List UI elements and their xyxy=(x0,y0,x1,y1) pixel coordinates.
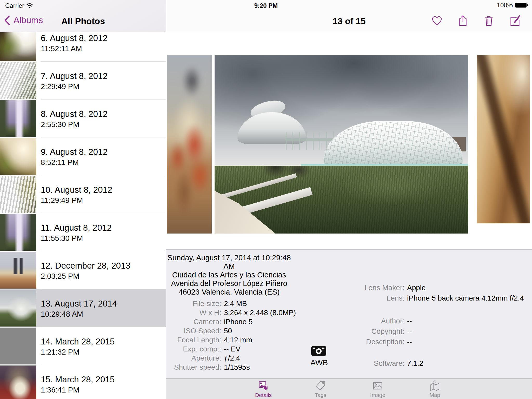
exif-row-iso: ISO Speed: 50 xyxy=(166,326,296,335)
photo-time: 2:03:25 PM xyxy=(41,271,130,281)
list-item-photo-15[interactable]: 15. March 28, 2015 1:36:41 PM xyxy=(0,365,166,399)
camera-awb-icon xyxy=(311,345,327,357)
photo-list: 6. August 8, 2012 11:52:11 AM 7. August … xyxy=(0,24,166,399)
photo-detail-pane: Sunday, August 17, 2014 at 10:29:48 AM C… xyxy=(166,0,532,399)
photo-thumbnail xyxy=(0,328,36,364)
photo-time: 1:21:32 PM xyxy=(41,347,115,357)
exif-row-exposure-comp: Exp. comp.: -- EV xyxy=(166,344,296,354)
photo-action-buttons xyxy=(431,15,521,26)
photo-title: 11. August 8, 2012 xyxy=(41,223,112,233)
trash-icon[interactable] xyxy=(483,15,495,26)
photo-time: 2:55:30 PM xyxy=(41,120,108,129)
next-photo-preview[interactable] xyxy=(477,55,530,223)
photo-time: 11:52:11 AM xyxy=(41,44,108,53)
exif-left-column: File size: 2.4 MB W x H: 3,264 x 2,448 (… xyxy=(166,299,296,372)
top-header: Carrier 9:20 PM 100% Albums All Photos 1… xyxy=(0,0,532,32)
tag-icon xyxy=(315,380,327,392)
battery-icon xyxy=(515,2,528,8)
blurred-warm-photo xyxy=(477,55,530,223)
exif-row-lens-maker: Lens Maker: Apple xyxy=(278,283,524,293)
photo-title: 12. December 28, 2013 xyxy=(41,261,130,271)
tab-label: Map xyxy=(430,392,440,398)
bottom-tab-bar: Details Tags Image M xyxy=(166,378,532,399)
tab-label: Details xyxy=(255,392,272,398)
tab-details[interactable]: Details xyxy=(235,379,292,399)
image-icon xyxy=(372,380,384,392)
awb-label: AWB xyxy=(310,358,327,367)
exif-row-aperture: Aperture: ƒ/2.4 xyxy=(166,354,296,363)
white-balance-badge: AWB xyxy=(310,345,327,367)
details-photo-tag-icon xyxy=(257,380,269,392)
album-title: All Photos xyxy=(0,16,166,26)
photo-time: 1:36:41 PM xyxy=(41,385,115,395)
list-item-photo-11[interactable]: 11. August 8, 2012 11:55:30 PM xyxy=(0,213,166,251)
location-line: Avenida del Profesor López Piñero xyxy=(166,279,292,288)
exif-row-copyright: Copyright: -- xyxy=(278,326,524,337)
location-line: 46023 Valencia, Valencia (ES) xyxy=(166,288,292,296)
list-item-photo-9[interactable]: 9. August 8, 2012 8:52:11 PM xyxy=(0,137,166,175)
exif-row-camera: Camera: iPhone 5 xyxy=(166,317,296,326)
list-item-photo-10[interactable]: 10. August 8, 2012 11:29:49 PM xyxy=(0,175,166,213)
photo-time: 10:29:48 AM xyxy=(41,309,117,319)
list-item-photo-7[interactable]: 7. August 8, 2012 2:29:49 PM xyxy=(0,62,166,99)
blurred-prague-photo xyxy=(167,55,212,234)
list-item-photo-12[interactable]: 12. December 28, 2013 2:03:25 PM xyxy=(0,251,166,289)
tab-map[interactable]: Map xyxy=(406,379,463,399)
photo-list-sidebar: 6. August 8, 2012 11:52:11 AM 7. August … xyxy=(0,0,166,399)
photo-title: 6. August 8, 2012 xyxy=(41,33,108,43)
tab-image[interactable]: Image xyxy=(349,379,406,399)
status-battery: 100% xyxy=(497,2,528,9)
list-item-photo-8[interactable]: 8. August 8, 2012 2:55:30 PM xyxy=(0,99,166,137)
favorite-heart-icon[interactable] xyxy=(431,15,443,26)
photo-datetime-location: Sunday, August 17, 2014 at 10:29:48 AM C… xyxy=(166,254,292,296)
current-photo[interactable] xyxy=(215,55,468,234)
list-item-photo-13-selected[interactable]: 13. August 17, 2014 10:29:48 AM xyxy=(0,289,166,327)
exif-row-focal-length: Focal Length: 4.12 mm xyxy=(166,335,296,344)
status-clock: 9:20 PM xyxy=(0,2,532,9)
tab-label: Tags xyxy=(315,392,326,398)
photo-time: 11:55:30 PM xyxy=(41,234,112,243)
photo-title: 9. August 8, 2012 xyxy=(41,147,108,157)
compose-edit-icon[interactable] xyxy=(509,15,521,26)
map-icon xyxy=(429,380,441,392)
photo-title: 14. March 28, 2015 xyxy=(41,336,115,347)
photo-time: 2:29:49 PM xyxy=(41,82,108,91)
photo-title: 15. March 28, 2015 xyxy=(41,374,115,385)
exif-row-file-size: File size: 2.4 MB xyxy=(166,299,296,308)
location-line: Ciudad de las Artes y las Ciencias xyxy=(166,271,292,279)
photo-thumbnail xyxy=(0,252,36,289)
photo-thumbnail xyxy=(0,62,36,99)
photo-time: 11:29:49 PM xyxy=(41,196,112,205)
photo-datetime: Sunday, August 17, 2014 at 10:29:48 AM xyxy=(166,254,292,271)
exif-details-panel: Sunday, August 17, 2014 at 10:29:48 AM C… xyxy=(166,249,532,378)
exif-row-shutter-speed: Shutter speed: 1/1595s xyxy=(166,363,296,372)
photo-time: 8:52:11 PM xyxy=(41,158,108,167)
exif-row-dimensions: W x H: 3,264 x 2,448 (8.0MP) xyxy=(166,308,296,317)
photo-thumbnail xyxy=(0,100,36,137)
photo-thumbnail xyxy=(0,176,36,213)
photo-title: 7. August 8, 2012 xyxy=(41,71,108,81)
photo-thumbnail xyxy=(0,365,36,399)
previous-photo-preview[interactable] xyxy=(167,55,212,234)
exif-row-lens: Lens: iPhone 5 back camera 4.12mm f/2.4 xyxy=(278,293,524,303)
share-icon[interactable] xyxy=(457,15,469,26)
photo-title: 8. August 8, 2012 xyxy=(41,109,108,119)
battery-percent-label: 100% xyxy=(497,2,513,9)
photo-thumbnail xyxy=(0,290,36,327)
photo-title: 13. August 17, 2014 xyxy=(41,298,117,309)
photo-title: 10. August 8, 2012 xyxy=(41,185,112,195)
tab-label: Image xyxy=(370,392,385,398)
photo-thumbnail xyxy=(0,214,36,251)
photo-thumbnail xyxy=(0,138,36,175)
exif-row-author: Author: -- xyxy=(278,316,524,326)
tab-tags[interactable]: Tags xyxy=(292,379,349,399)
list-item-photo-14[interactable]: 14. March 28, 2015 1:21:32 PM xyxy=(0,327,166,365)
